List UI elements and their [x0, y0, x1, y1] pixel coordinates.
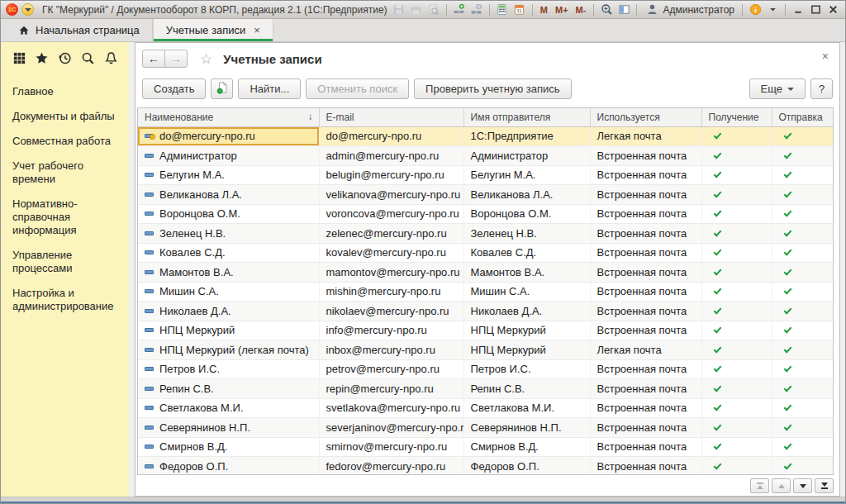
table-row[interactable]: Мамонтов В.А.mamontov@mercury-npo.ruМамо…: [138, 263, 833, 283]
cell-sender[interactable]: Репин С.В.: [463, 379, 590, 399]
sidebar-item-process-management[interactable]: Управление процессами: [1, 243, 129, 281]
cell-email[interactable]: velikanova@mercury-npo.ru: [319, 185, 463, 205]
cell-send[interactable]: [772, 224, 833, 244]
table-row[interactable]: Смирнов В.Д.smirnov@mercury-npo.ruСмирно…: [138, 437, 833, 457]
cell-receive[interactable]: [701, 398, 772, 418]
cell-email[interactable]: petrov@mercury-npo.ru: [319, 359, 463, 379]
go-to-last-button[interactable]: [815, 478, 834, 493]
cell-receive[interactable]: [701, 302, 772, 321]
cell-email[interactable]: fedorov@mercury-npo.ru: [319, 457, 463, 476]
column-header-name[interactable]: Наименование↓: [138, 108, 319, 126]
sidebar-item-documents-files[interactable]: Документы и файлы: [1, 104, 129, 129]
check-account-button[interactable]: Проверить учетную запись: [414, 78, 571, 99]
cell-sender[interactable]: Петров И.С.: [463, 359, 590, 379]
table-row[interactable]: Петров И.С.petrov@mercury-npo.ruПетров И…: [138, 359, 833, 379]
table-row[interactable]: Воронцова О.М.voroncova@mercury-npo.ruВо…: [138, 204, 833, 224]
cell-name[interactable]: Репин С.В.: [138, 379, 319, 399]
cell-receive[interactable]: [701, 224, 772, 244]
cell-sender[interactable]: Великанова Л.А.: [463, 185, 590, 205]
cell-usage[interactable]: Встроенная почта: [590, 185, 701, 205]
notifications-icon[interactable]: [102, 50, 119, 66]
cell-send[interactable]: [772, 282, 833, 302]
cell-name[interactable]: Светлакова М.И.: [138, 398, 319, 418]
tab-home[interactable]: Начальная страница: [6, 19, 153, 41]
cell-name[interactable]: Ковалев С.Д.: [138, 243, 319, 263]
column-header-sender[interactable]: Имя отправителя: [463, 108, 590, 126]
cell-email[interactable]: svetlakova@mercury-npo.ru: [319, 398, 463, 418]
next-button[interactable]: [793, 478, 812, 493]
history-icon[interactable]: [57, 50, 74, 66]
cell-name[interactable]: Федоров О.П.: [138, 457, 319, 476]
tab-close-icon[interactable]: ×: [254, 24, 260, 36]
cell-sender[interactable]: Северянинов Н.П.: [463, 418, 590, 438]
cell-send[interactable]: [772, 185, 833, 205]
cell-name[interactable]: Белугин М.А.: [138, 165, 319, 185]
cell-name[interactable]: Мишин С.А.: [138, 282, 319, 302]
help-button[interactable]: ?: [810, 78, 833, 99]
cell-sender[interactable]: Зеленец Н.В.: [463, 224, 590, 244]
cell-usage[interactable]: Встроенная почта: [590, 224, 701, 244]
table-row[interactable]: Мишин С.А.mishin@mercury-npo.ruМишин С.А…: [138, 282, 833, 302]
cell-send[interactable]: [772, 379, 833, 399]
cell-usage[interactable]: Легкая почта: [590, 126, 701, 146]
cell-receive[interactable]: [701, 359, 772, 379]
cell-send[interactable]: [772, 321, 833, 340]
table-row[interactable]: Ковалев С.Д.kovalev@mercury-npo.ruКовале…: [138, 243, 833, 263]
cell-send[interactable]: [772, 126, 833, 146]
tab-accounts[interactable]: Учетные записи×: [153, 19, 273, 41]
cell-name[interactable]: Николаев Д.А.: [138, 302, 319, 321]
sidebar-splitter[interactable]: [129, 42, 135, 497]
cell-sender[interactable]: НПЦ Меркурий: [463, 340, 590, 360]
cell-usage[interactable]: Встроенная почта: [590, 359, 701, 379]
cell-name[interactable]: Великанова Л.А.: [138, 185, 319, 205]
cell-receive[interactable]: [701, 165, 772, 185]
cell-name[interactable]: НПЦ Меркурий (легкая почта): [138, 340, 319, 360]
cell-send[interactable]: [772, 165, 833, 185]
calendar-icon[interactable]: 31: [512, 3, 527, 17]
column-header-email[interactable]: E-mail: [319, 108, 463, 126]
cell-sender[interactable]: Воронцова О.М.: [463, 204, 590, 224]
cell-usage[interactable]: Встроенная почта: [590, 165, 701, 185]
cell-name[interactable]: Северянинов Н.П.: [138, 418, 319, 438]
calculator-icon[interactable]: [495, 3, 510, 17]
cell-email[interactable]: kovalev@mercury-npo.ru: [319, 243, 463, 263]
search-icon[interactable]: [79, 50, 96, 66]
info-icon[interactable]: i: [748, 3, 763, 17]
back-button[interactable]: ←: [142, 50, 165, 68]
cell-send[interactable]: [772, 243, 833, 263]
cell-send[interactable]: [772, 302, 833, 321]
cell-name[interactable]: Смирнов В.Д.: [138, 437, 319, 457]
cell-send[interactable]: [772, 263, 833, 283]
cell-name[interactable]: Администратор: [138, 146, 319, 166]
cell-receive[interactable]: [701, 126, 772, 146]
cell-name[interactable]: Воронцова О.М.: [138, 204, 319, 224]
table-row[interactable]: Администраторadmin@mercury-npo.ruАдминис…: [138, 146, 833, 166]
cell-usage[interactable]: Легкая почта: [590, 340, 701, 360]
cell-name[interactable]: НПЦ Меркурий: [138, 321, 319, 340]
cell-usage[interactable]: Встроенная почта: [590, 282, 701, 302]
table-row[interactable]: Николаев Д.А.nikolaev@mercury-npo.ruНико…: [138, 302, 833, 321]
cell-send[interactable]: [772, 398, 833, 418]
cell-email[interactable]: zelenec@mercury-npo.ru: [319, 224, 463, 244]
link-copy-icon[interactable]: [469, 3, 484, 17]
cell-usage[interactable]: Встроенная почта: [590, 302, 701, 321]
table-row[interactable]: do@mercury-npo.rudo@mercury-npo.ru1С:Пре…: [138, 126, 833, 146]
cell-email[interactable]: mamontov@mercury-npo.ru: [319, 263, 463, 283]
memory-m-button[interactable]: M: [538, 5, 550, 15]
cell-sender[interactable]: 1С:Предприятие: [463, 126, 590, 146]
cell-receive[interactable]: [701, 321, 772, 340]
table-row[interactable]: Великанова Л.А.velikanova@mercury-npo.ru…: [138, 185, 833, 205]
column-header-usage[interactable]: Используется: [590, 108, 701, 126]
cell-name[interactable]: do@mercury-npo.ru: [138, 126, 319, 146]
panel-close-button[interactable]: ×: [822, 50, 829, 62]
cell-sender[interactable]: Николаев Д.А.: [463, 302, 590, 321]
cell-sender[interactable]: Федоров О.П.: [463, 457, 590, 476]
cell-email[interactable]: belugin@mercury-npo.ru: [319, 165, 463, 185]
main-menu-button[interactable]: [21, 3, 34, 16]
panels-icon[interactable]: [616, 3, 631, 17]
cell-usage[interactable]: Встроенная почта: [590, 457, 701, 476]
cell-email[interactable]: info@mercury-npo.ru: [319, 321, 463, 340]
cell-send[interactable]: [772, 437, 833, 457]
sidebar-item-collaboration[interactable]: Совместная работа: [1, 129, 129, 154]
cell-usage[interactable]: Встроенная почта: [590, 204, 701, 224]
